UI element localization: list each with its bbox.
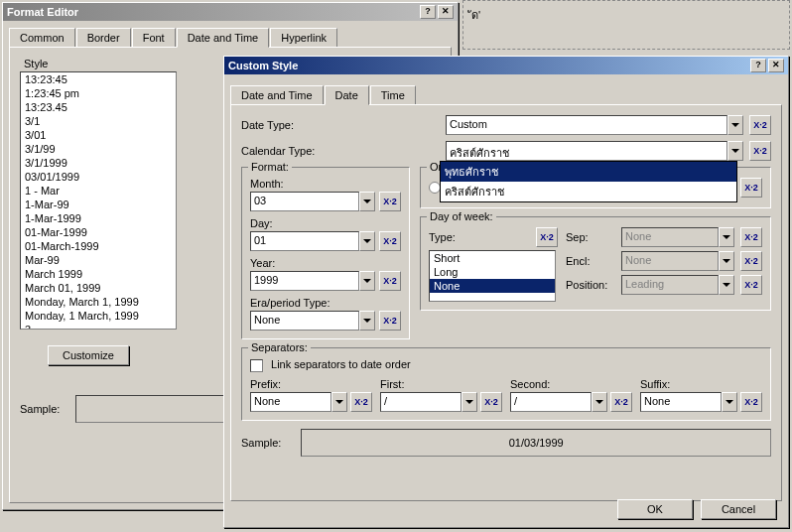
calendar-type-combo[interactable]: คริสต์ศักราช (446, 141, 743, 161)
dow-short[interactable]: Short (430, 251, 555, 265)
dow-type-listbox[interactable]: Short Long None (429, 250, 556, 302)
era-combo[interactable]: None (250, 311, 375, 331)
dow-position-label: Position: (566, 279, 615, 291)
year-formula-button[interactable]: X·2 (379, 271, 401, 291)
date-type-formula-button[interactable]: X·2 (749, 115, 771, 135)
day-combo[interactable]: 01 (250, 231, 375, 251)
calendar-option-christian[interactable]: คริสต์ศักราช (441, 182, 736, 201)
style-item[interactable]: 1-Mar-99 (21, 198, 176, 211)
cs-tab-date[interactable]: Date (325, 85, 369, 105)
tab-hyperlink[interactable]: Hyperlink (270, 28, 337, 48)
link-separators-label: Link separators to date order (271, 358, 411, 370)
suffix-label: Suffix: (640, 378, 762, 390)
close-button[interactable]: ✕ (438, 5, 454, 19)
style-item[interactable]: 3/01 (21, 128, 176, 142)
help-button[interactable]: ? (420, 5, 436, 19)
chevron-down-icon[interactable] (462, 392, 477, 412)
custom-style-window: Custom Style ? ✕ Date and Time Date Time… (223, 56, 789, 528)
custom-style-tabs: Date and Time Date Time (224, 74, 788, 104)
prefix-combo[interactable]: None (250, 392, 347, 412)
style-item[interactable]: 3 (21, 323, 176, 330)
style-item[interactable]: 01-March-1999 (21, 239, 176, 253)
dow-position-value: Leading (621, 275, 719, 295)
dow-sep-formula-button[interactable]: X·2 (740, 227, 762, 247)
suffix-formula-button[interactable]: X·2 (740, 392, 762, 412)
calendar-type-dropdown[interactable]: พุทธศักราช คริสต์ศักราช (440, 161, 737, 202)
dow-position-formula-button[interactable]: X·2 (740, 275, 762, 295)
era-formula-button[interactable]: X·2 (379, 311, 401, 331)
style-item[interactable]: 03/01/1999 (21, 170, 176, 184)
chevron-down-icon[interactable] (331, 392, 347, 412)
chevron-down-icon[interactable] (359, 311, 375, 331)
second-formula-button[interactable]: X·2 (610, 392, 632, 412)
style-item[interactable]: Monday, March 1, 1999 (21, 295, 176, 309)
calendar-type-label: Calendar Type: (241, 145, 340, 157)
cs-help-button[interactable]: ? (750, 59, 766, 72)
style-item[interactable]: March 1999 (21, 267, 176, 281)
cancel-button[interactable]: Cancel (701, 499, 776, 519)
dow-long[interactable]: Long (430, 265, 555, 279)
customize-button[interactable]: Customize (48, 345, 129, 365)
first-formula-button[interactable]: X·2 (480, 392, 502, 412)
dow-none[interactable]: None (430, 279, 555, 293)
tab-date-time[interactable]: Date and Time (177, 28, 270, 48)
date-type-combo[interactable]: Custom (446, 115, 743, 135)
chevron-down-icon[interactable] (592, 392, 607, 412)
dow-sep-combo: None (621, 227, 734, 247)
style-item[interactable]: 01-Mar-1999 (21, 225, 176, 239)
date-type-label: Date Type: (241, 119, 340, 131)
tab-common[interactable]: Common (9, 28, 75, 48)
cs-sample-box: 01/03/1999 (301, 429, 771, 457)
dow-encl-formula-button[interactable]: X·2 (740, 251, 762, 271)
style-item[interactable]: Mar-99 (21, 253, 176, 267)
order-formula-button[interactable]: X·2 (740, 178, 762, 198)
chevron-down-icon[interactable] (722, 392, 737, 412)
link-separators-checkbox[interactable] (250, 359, 263, 372)
fe-sample-label: Sample: (20, 403, 60, 415)
style-item[interactable]: 1 - Mar (21, 184, 176, 198)
dow-group-label: Day of week: (427, 210, 496, 222)
year-combo[interactable]: 1999 (250, 271, 375, 291)
style-item[interactable]: 1-Mar-1999 (21, 211, 176, 225)
chevron-down-icon[interactable] (359, 231, 375, 251)
month-formula-button[interactable]: X·2 (379, 192, 401, 211)
custom-style-titlebar: Custom Style ? ✕ (224, 57, 788, 74)
style-item[interactable]: 1:23:45 pm (21, 86, 176, 100)
style-item[interactable]: March 01, 1999 (21, 281, 176, 295)
cs-tab-datetime[interactable]: Date and Time (230, 85, 324, 105)
calendar-option-buddhist[interactable]: พุทธศักราช (441, 162, 736, 182)
tab-font[interactable]: Font (132, 28, 176, 48)
day-formula-button[interactable]: X·2 (379, 231, 401, 251)
style-listbox[interactable]: 13:23:451:23:45 pm13:23.453/13/013/1/993… (20, 71, 177, 330)
style-item[interactable]: 3/1/99 (21, 142, 176, 156)
ok-button[interactable]: OK (617, 499, 693, 519)
cs-close-button[interactable]: ✕ (768, 59, 784, 72)
calendar-type-formula-button[interactable]: X·2 (749, 141, 771, 161)
style-item[interactable]: 13:23.45 (21, 100, 176, 114)
second-combo[interactable]: / (510, 392, 607, 412)
separators-group-label: Separators: (248, 341, 311, 353)
second-value: / (510, 392, 592, 412)
dow-encl-value: None (621, 251, 719, 271)
chevron-down-icon[interactable] (727, 115, 743, 135)
first-combo[interactable]: / (380, 392, 477, 412)
style-item[interactable]: Monday, 1 March, 1999 (21, 309, 176, 323)
cs-tab-time[interactable]: Time (370, 85, 416, 105)
day-label: Day: (250, 217, 401, 229)
month-label: Month: (250, 178, 401, 190)
dow-type-formula-button[interactable]: X·2 (536, 227, 558, 247)
prefix-formula-button[interactable]: X·2 (350, 392, 372, 412)
style-item[interactable]: 3/1 (21, 114, 176, 128)
suffix-value: None (640, 392, 722, 412)
style-item[interactable]: 13:23:45 (21, 72, 176, 86)
chevron-down-icon[interactable] (727, 141, 743, 161)
suffix-combo[interactable]: None (640, 392, 737, 412)
style-item[interactable]: 3/1/1999 (21, 156, 176, 170)
month-combo[interactable]: 03 (250, 192, 375, 211)
chevron-down-icon[interactable] (359, 271, 375, 291)
format-group-label: Format: (248, 161, 292, 173)
custom-style-title: Custom Style (228, 60, 750, 71)
tab-border[interactable]: Border (76, 28, 131, 48)
chevron-down-icon[interactable] (359, 192, 375, 211)
format-editor-tabs: Common Border Font Date and Time Hyperli… (3, 21, 458, 47)
